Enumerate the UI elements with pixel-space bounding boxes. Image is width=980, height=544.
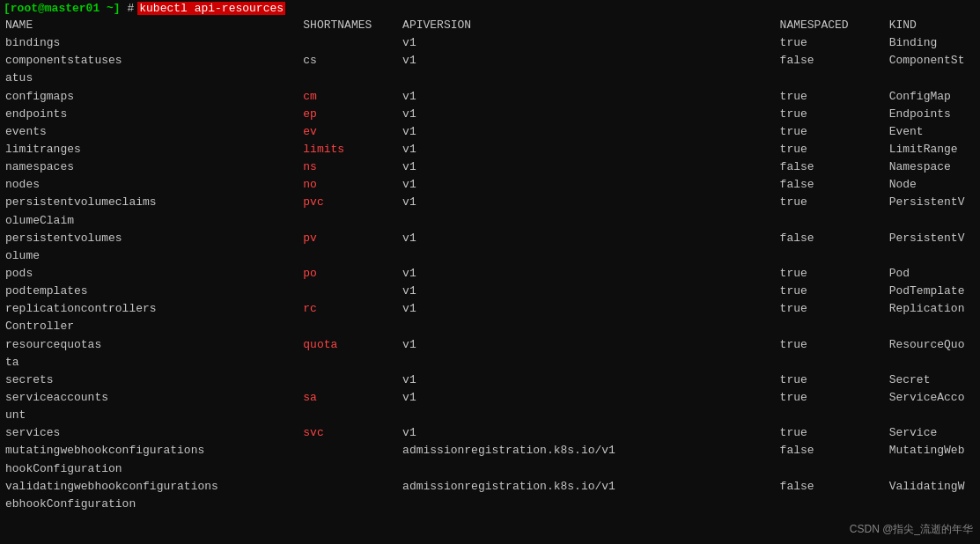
cell-api: v1 bbox=[401, 371, 778, 389]
header-kind: KIND bbox=[888, 17, 976, 34]
cell-kind: ConfigMap bbox=[888, 88, 976, 106]
cell-short bbox=[301, 318, 401, 335]
cell-api: v1 bbox=[401, 265, 778, 283]
cell-short bbox=[301, 407, 401, 424]
table-row: unt bbox=[4, 407, 976, 424]
cell-name: events bbox=[4, 123, 301, 141]
cell-kind bbox=[888, 407, 976, 424]
cell-short: cs bbox=[301, 52, 401, 70]
cell-namespaced: true bbox=[778, 300, 888, 318]
cell-api: admissionregistration.k8s.io/v1 bbox=[401, 478, 778, 496]
cell-namespaced: true bbox=[778, 389, 888, 407]
cell-namespaced bbox=[778, 212, 888, 230]
cell-short bbox=[301, 212, 401, 230]
cell-namespaced: false bbox=[778, 158, 888, 176]
cell-short bbox=[301, 496, 401, 513]
cell-name: mutatingwebhookconfigurations bbox=[4, 442, 301, 459]
cell-short: ns bbox=[301, 158, 401, 176]
cell-namespaced: true bbox=[778, 336, 888, 354]
table-row: persistentvolumeclaimspvcv1truePersisten… bbox=[4, 194, 976, 211]
cell-kind: Event bbox=[888, 123, 976, 141]
cell-name: persistentvolumes bbox=[4, 230, 301, 247]
table-row: podspov1truePod bbox=[4, 265, 976, 283]
cell-name: Controller bbox=[4, 318, 301, 335]
cell-namespaced bbox=[778, 247, 888, 265]
cell-api bbox=[401, 70, 778, 87]
terminal: [root@master01 ~] # kubectl api-resource… bbox=[0, 0, 980, 544]
table-row: eventsevv1trueEvent bbox=[4, 123, 976, 141]
cell-api: v1 bbox=[401, 88, 778, 106]
cell-api bbox=[401, 496, 778, 513]
cell-kind: PersistentV bbox=[888, 230, 976, 247]
cell-namespaced: false bbox=[778, 176, 888, 194]
cell-kind bbox=[888, 70, 976, 87]
cell-name: ebhookConfiguration bbox=[4, 496, 301, 513]
table-row: ta bbox=[4, 354, 976, 371]
cell-short: no bbox=[301, 176, 401, 194]
cell-short bbox=[301, 70, 401, 87]
cell-kind: ServiceAcco bbox=[888, 389, 976, 407]
cell-kind: Namespace bbox=[888, 158, 976, 176]
table-row: resourcequotasquotav1trueResourceQuo bbox=[4, 336, 976, 354]
cell-api: v1 bbox=[401, 230, 778, 247]
cell-name: unt bbox=[4, 407, 301, 424]
command-highlight: kubectl api-resources bbox=[137, 2, 285, 15]
cell-namespaced: true bbox=[778, 34, 888, 52]
cell-short: ep bbox=[301, 106, 401, 123]
cell-name: serviceaccounts bbox=[4, 389, 301, 407]
cell-kind: MutatingWeb bbox=[888, 442, 976, 459]
cell-kind: ComponentSt bbox=[888, 52, 976, 70]
cell-name: persistentvolumeclaims bbox=[4, 194, 301, 211]
cell-kind: Node bbox=[888, 176, 976, 194]
prompt-symbol: # bbox=[121, 2, 135, 15]
table-row: atus bbox=[4, 70, 976, 87]
cell-api: v1 bbox=[401, 52, 778, 70]
cell-namespaced bbox=[778, 354, 888, 371]
cell-kind: LimitRange bbox=[888, 141, 976, 158]
cell-api: v1 bbox=[401, 283, 778, 300]
cell-short: rc bbox=[301, 300, 401, 318]
prompt-line: [root@master01 ~] # kubectl api-resource… bbox=[4, 2, 976, 15]
cell-short: cm bbox=[301, 88, 401, 106]
cell-namespaced bbox=[778, 407, 888, 424]
cell-short bbox=[301, 247, 401, 265]
cell-namespaced bbox=[778, 496, 888, 513]
cell-namespaced: true bbox=[778, 371, 888, 389]
table-row: componentstatusescsv1falseComponentSt bbox=[4, 52, 976, 70]
header-apiversion: APIVERSION bbox=[401, 17, 778, 34]
cell-name: endpoints bbox=[4, 106, 301, 123]
cell-kind: Binding bbox=[888, 34, 976, 52]
table-row: configmapscmv1trueConfigMap bbox=[4, 88, 976, 106]
cell-name: configmaps bbox=[4, 88, 301, 106]
cell-api bbox=[401, 318, 778, 335]
cell-name: replicationcontrollers bbox=[4, 300, 301, 318]
table-row: nodesnov1falseNode bbox=[4, 176, 976, 194]
cell-namespaced: true bbox=[778, 283, 888, 300]
cell-name: nodes bbox=[4, 176, 301, 194]
cell-namespaced: true bbox=[778, 424, 888, 442]
table-row: replicationcontrollersrcv1trueReplicatio… bbox=[4, 300, 976, 318]
cell-short: svc bbox=[301, 424, 401, 442]
table-row: olumeClaim bbox=[4, 212, 976, 230]
cell-namespaced: true bbox=[778, 265, 888, 283]
cell-kind: Pod bbox=[888, 265, 976, 283]
prompt-user: [root@master01 ~] bbox=[4, 2, 121, 15]
cell-kind: Service bbox=[888, 424, 976, 442]
cell-name: services bbox=[4, 424, 301, 442]
cell-kind bbox=[888, 354, 976, 371]
cell-kind bbox=[888, 496, 976, 513]
header-name: NAME bbox=[4, 17, 301, 34]
cell-short bbox=[301, 442, 401, 459]
cell-namespaced: true bbox=[778, 106, 888, 123]
cell-name: atus bbox=[4, 70, 301, 87]
cell-api: v1 bbox=[401, 176, 778, 194]
cell-name: limitranges bbox=[4, 141, 301, 158]
cell-kind bbox=[888, 247, 976, 265]
table-row: limitrangeslimitsv1trueLimitRange bbox=[4, 141, 976, 158]
cell-short bbox=[301, 283, 401, 300]
cell-api bbox=[401, 354, 778, 371]
cell-short: limits bbox=[301, 141, 401, 158]
cell-short: pvc bbox=[301, 194, 401, 211]
cell-namespaced bbox=[778, 318, 888, 335]
cell-api: admissionregistration.k8s.io/v1 bbox=[401, 442, 778, 459]
